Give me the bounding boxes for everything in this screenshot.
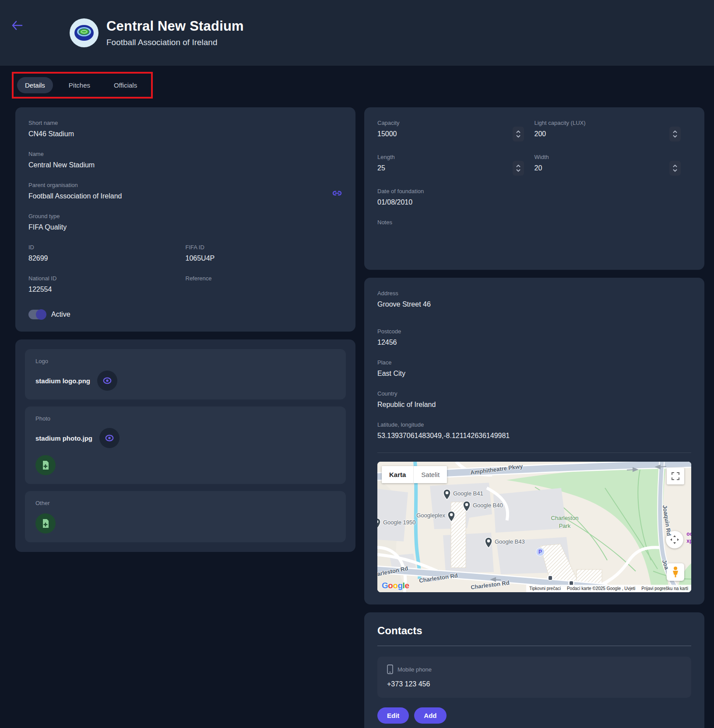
field-label: Ground type (28, 213, 342, 219)
field-label: Date of foundation (377, 188, 691, 194)
add-photo-button[interactable] (35, 455, 56, 475)
field-label: Length (377, 154, 395, 160)
add-other-button[interactable] (35, 513, 56, 534)
field-label: Parent organisation (28, 182, 122, 188)
field-label: Address (377, 290, 691, 297)
contacts-card: Contacts Mobile phone +373 123 456 Edit … (364, 612, 704, 728)
map-marker[interactable]: Google B43 (485, 537, 492, 548)
divider (377, 452, 691, 453)
google-logo: Google (382, 581, 409, 590)
map-marker[interactable]: Google 1950 (377, 518, 381, 529)
stepper-chevrons-icon (516, 130, 521, 138)
map-button-satelit[interactable]: Satelit (413, 466, 447, 483)
map-marker[interactable]: Google B41 (443, 489, 451, 500)
photo-upload-section: Photo stadium photo.jpg (25, 406, 346, 484)
stadium-pitchline-icon (81, 30, 87, 33)
link-icon[interactable] (332, 188, 342, 200)
tab-details[interactable]: Details (17, 77, 53, 93)
google-map[interactable]: Karta Satelit Amphitheatre Pkwy Charlest… (377, 462, 691, 592)
name-value: Central New Stadium (28, 161, 342, 170)
field-label: Postcode (377, 328, 691, 335)
fullscreen-icon (672, 472, 679, 480)
logo-upload-section: Logo stadium logo.png (25, 349, 346, 399)
annotation-rectangle-tabs: Details Pitches Officials (12, 72, 153, 99)
address-value: Groove Street 46 (377, 300, 691, 309)
field-label: Notes (377, 219, 691, 226)
tab-pitches[interactable]: Pitches (61, 77, 98, 93)
field-label: FIFA ID (186, 244, 343, 251)
page-subtitle: Football Association of Ireland (106, 38, 244, 47)
national-id-value: 122554 (28, 286, 186, 294)
light-capacity-value: 200 (535, 130, 586, 138)
capacity-value: 15000 (377, 130, 400, 138)
light-capacity-stepper[interactable] (669, 127, 681, 141)
active-toggle[interactable] (28, 310, 46, 319)
pin-icon (377, 518, 381, 529)
map-data-terms-link[interactable]: Podaci karte ©2025 Google , Uvjeti (564, 585, 638, 592)
field-label: Capacity (377, 120, 400, 126)
stepper-chevrons-icon (516, 164, 521, 173)
address-card: Address Groove Street 46 Postcode 12456 … (364, 278, 704, 604)
place-value: East City (377, 370, 691, 378)
pan-arrows-icon (670, 535, 679, 544)
toggle-knob (36, 309, 46, 320)
short-name-value: CN46 Stadium (28, 130, 342, 138)
length-stepper[interactable] (513, 161, 524, 176)
map-marker[interactable]: Googleplex (447, 511, 455, 522)
capacity-stepper[interactable] (513, 127, 524, 141)
length-value: 25 (377, 164, 395, 173)
map-button-karta[interactable]: Karta (382, 466, 413, 483)
field-label: Reference (186, 275, 343, 282)
active-toggle-label: Active (51, 311, 70, 318)
clipped-place-label: od xp (686, 531, 691, 544)
reference-value (186, 286, 343, 294)
map-fullscreen-button[interactable] (667, 468, 684, 484)
contacts-edit-button[interactable]: Edit (377, 707, 409, 724)
field-label: ID (28, 244, 186, 251)
postcode-value: 12456 (377, 339, 691, 347)
foundation-date-value: 01/08/2010 (377, 198, 691, 207)
ground-type-value: FIFA Quality (28, 223, 342, 232)
divider (377, 646, 691, 646)
report-error-link[interactable]: Prijavi pogrešku na karti (638, 585, 691, 592)
back-button[interactable] (11, 19, 24, 32)
arrow-left-icon (11, 21, 23, 30)
tab-bar: Details Pitches Officials (17, 77, 145, 93)
width-value: 20 (535, 164, 549, 173)
pin-icon (463, 501, 471, 512)
view-logo-button[interactable] (97, 371, 117, 391)
field-label: Place (377, 359, 691, 366)
keyboard-shortcuts-link[interactable]: Tipkovni prečaci (526, 585, 564, 592)
page-title: Central New Stadium (106, 18, 244, 34)
field-label: Photo (35, 415, 335, 422)
id-value: 82699 (28, 254, 186, 263)
field-label: Logo (35, 358, 335, 364)
phone-value: +373 123 456 (387, 680, 682, 688)
country-value: Republic of Ireland (377, 401, 691, 409)
pin-icon (447, 511, 455, 522)
field-label: Other (35, 500, 335, 506)
lat-long-value: 53.13937061483049,-8.121142636149981 (377, 432, 691, 440)
contacts-add-button[interactable]: Add (414, 707, 446, 724)
map-marker[interactable]: Google B40 (463, 501, 471, 512)
field-label: Country (377, 390, 691, 397)
tab-officials[interactable]: Officials (106, 77, 145, 93)
width-stepper[interactable] (669, 161, 681, 176)
view-photo-button[interactable] (99, 428, 120, 448)
page-header: Central New Stadium Football Association… (0, 0, 714, 66)
fifa-id-value: 1065U4P (186, 254, 343, 263)
pin-icon (443, 489, 451, 500)
map-attribution: Tipkovni prečaci Podaci karte ©2025 Goog… (526, 585, 691, 592)
pegman-icon (671, 566, 680, 578)
field-label: National ID (28, 275, 186, 282)
logo-file-name: stadium logo.png (35, 377, 90, 385)
pin-icon (485, 537, 492, 548)
stepper-chevrons-icon (672, 164, 678, 173)
field-label: Latitude, longitude (377, 421, 691, 428)
field-label: Short name (28, 120, 342, 126)
contact-item: Mobile phone +373 123 456 (377, 657, 691, 698)
other-upload-section: Other (25, 491, 346, 542)
parking-icon: P (536, 548, 545, 556)
transit-station-icon (547, 575, 553, 581)
eye-icon (102, 376, 112, 385)
